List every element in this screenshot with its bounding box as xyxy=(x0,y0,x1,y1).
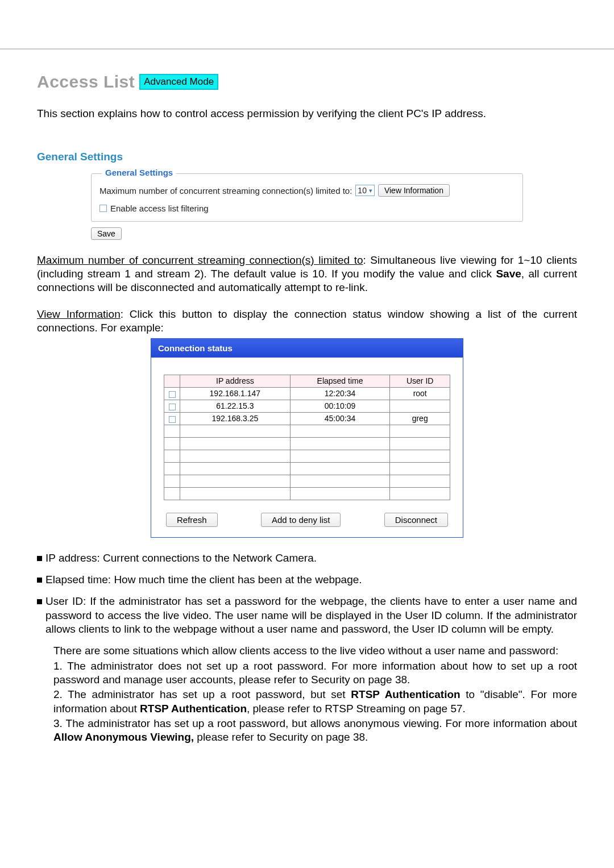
max-conn-paragraph: Maximum number of concurrent streaming c… xyxy=(37,254,577,294)
bullet-userid: User ID: If the administrator has set a … xyxy=(37,595,577,744)
title-row: Access List Advanced Mode xyxy=(37,72,577,92)
col-elapsed: Elapsed time xyxy=(290,375,390,387)
table-row: 192.168.1.147 12:20:34 root xyxy=(164,387,450,400)
connection-table: IP address Elapsed time User ID 192.168.… xyxy=(164,375,450,500)
mode-badge: Advanced Mode xyxy=(139,74,218,90)
page-title: Access List xyxy=(37,72,135,92)
table-row: 61.22.15.3 00:10:09 xyxy=(164,400,450,412)
refresh-button[interactable]: Refresh xyxy=(166,513,218,527)
cell-user: root xyxy=(390,387,450,400)
square-bullet-icon xyxy=(37,578,42,583)
cell-ip: 61.22.15.3 xyxy=(180,400,291,412)
save-button[interactable]: Save xyxy=(91,227,122,240)
cell-user: greg xyxy=(390,412,450,425)
bullet-ip: IP address: Current connections to the N… xyxy=(37,551,577,565)
table-header-row: IP address Elapsed time User ID xyxy=(164,375,450,387)
fieldset-legend: General Settings xyxy=(102,168,176,177)
cell-elapsed: 00:10:09 xyxy=(290,400,390,412)
enable-filter-row: Enable access list filtering xyxy=(99,203,515,213)
table-row xyxy=(164,487,450,500)
sit2-bold1: RTSP Authentication xyxy=(351,688,460,700)
bullet-elapsed: Elapsed time: How much time the client h… xyxy=(37,573,577,587)
col-checkbox xyxy=(164,375,180,387)
connection-buttons-row: Refresh Add to deny list Disconnect xyxy=(164,513,450,527)
save-bold: Save xyxy=(496,268,521,280)
connection-status-panel: Connection status IP address Elapsed tim… xyxy=(151,338,463,538)
bullet-ip-text: IP address: Current connections to the N… xyxy=(45,551,317,565)
row-checkbox[interactable] xyxy=(169,404,176,410)
bullet-elapsed-text: Elapsed time: How much time the client h… xyxy=(45,573,362,587)
general-settings-heading: General Settings xyxy=(37,151,577,163)
row-checkbox[interactable] xyxy=(169,391,176,398)
col-userid: User ID xyxy=(390,375,450,387)
view-information-button[interactable]: View Information xyxy=(378,184,450,197)
col-ip: IP address xyxy=(180,375,291,387)
chevron-down-icon: ▾ xyxy=(369,187,372,194)
table-row xyxy=(164,450,450,462)
cell-elapsed: 45:00:34 xyxy=(290,412,390,425)
cell-elapsed: 12:20:34 xyxy=(290,387,390,400)
max-connections-label: Maximum number of concurrent streaming c… xyxy=(99,186,352,196)
bullet-userid-text: User ID: If the administrator has set a … xyxy=(45,595,577,636)
connection-status-body: IP address Elapsed time User ID 192.168.… xyxy=(151,358,463,537)
sit3-bold: Allow Anonymous Viewing, xyxy=(53,731,194,743)
square-bullet-icon xyxy=(37,599,42,604)
sit2-part: 2. The administrator has set up a root p… xyxy=(53,688,351,700)
enable-filter-checkbox[interactable] xyxy=(99,205,107,212)
table-row xyxy=(164,475,450,487)
connection-status-header: Connection status xyxy=(151,339,463,358)
view-info-paragraph: View Information: Click this button to d… xyxy=(37,308,577,335)
situations-intro: There are some situations which allow cl… xyxy=(53,644,577,658)
sit2-bold2: RTSP Authentication xyxy=(140,703,247,715)
max-conn-underline: Maximum number of concurrent streaming c… xyxy=(37,254,363,266)
sit3-part: please refer to Security on page 38. xyxy=(194,731,368,743)
max-connections-select[interactable]: 10 ▾ xyxy=(355,185,375,196)
page-content: Access List Advanced Mode This section e… xyxy=(0,49,614,775)
situation-2: 2. The administrator has set up a root p… xyxy=(53,688,577,716)
cell-user xyxy=(390,400,450,412)
max-connections-value: 10 xyxy=(358,186,367,195)
situation-1: 1. The administrator does not set up a r… xyxy=(53,659,577,687)
enable-filter-label: Enable access list filtering xyxy=(110,203,209,213)
table-row xyxy=(164,462,450,475)
view-info-underline: View Information xyxy=(37,308,121,320)
general-settings-panel: General Settings Maximum number of concu… xyxy=(91,173,523,240)
cell-ip: 192.168.1.147 xyxy=(180,387,291,400)
max-connections-row: Maximum number of concurrent streaming c… xyxy=(99,184,515,197)
table-row xyxy=(164,437,450,450)
table-row: 192.168.3.25 45:00:34 greg xyxy=(164,412,450,425)
general-settings-fieldset: General Settings Maximum number of concu… xyxy=(91,173,523,222)
add-deny-button[interactable]: Add to deny list xyxy=(261,513,341,527)
disconnect-button[interactable]: Disconnect xyxy=(384,513,448,527)
cell-ip: 192.168.3.25 xyxy=(180,412,291,425)
table-row xyxy=(164,425,450,437)
bullet-list: IP address: Current connections to the N… xyxy=(37,551,577,745)
sit2-part: , please refer to RTSP Streaming on page… xyxy=(247,703,466,715)
sit3-part: 3. The administrator has set up a root p… xyxy=(53,717,577,729)
intro-text: This section explains how to control acc… xyxy=(37,107,577,120)
square-bullet-icon xyxy=(37,556,42,561)
row-checkbox[interactable] xyxy=(169,416,176,423)
situation-3: 3. The administrator has set up a root p… xyxy=(53,717,577,745)
